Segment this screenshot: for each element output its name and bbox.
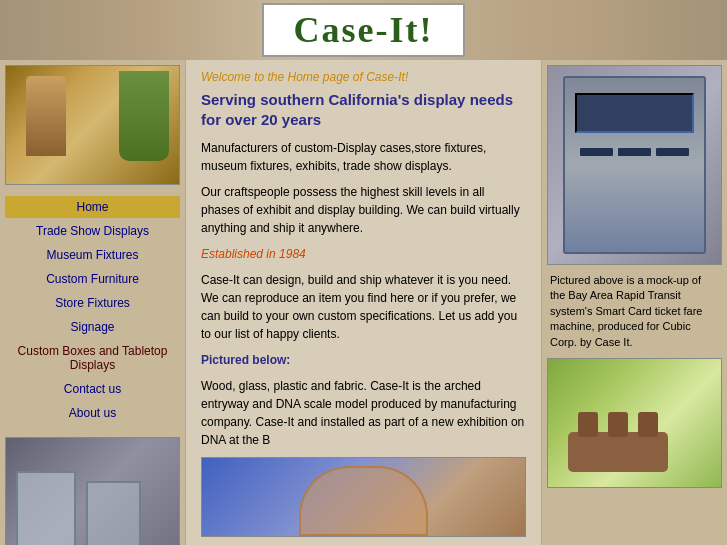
main-layout: Home Trade Show Displays Museum Fixtures… bbox=[0, 60, 727, 545]
tree-figure bbox=[119, 71, 169, 161]
ticket-machine bbox=[563, 76, 706, 254]
paragraph-1: Manufacturers of custom-Display cases,st… bbox=[201, 139, 526, 175]
center-content: Welcome to the Home page of Case-It! Ser… bbox=[185, 60, 542, 545]
nav-museum[interactable]: Museum Fixtures bbox=[5, 244, 180, 266]
dining-table bbox=[568, 432, 668, 472]
established-label: Established in 1984 bbox=[201, 247, 306, 261]
display-case-2 bbox=[86, 481, 141, 545]
right-image-caption: Pictured above is a mock-up of the Bay A… bbox=[547, 270, 722, 353]
site-title: Case-It! bbox=[262, 3, 466, 57]
arch-graphic bbox=[299, 466, 428, 536]
navigation-menu: Home Trade Show Displays Museum Fixtures… bbox=[5, 196, 180, 424]
nav-contact[interactable]: Contact us bbox=[5, 378, 180, 400]
machine-buttons bbox=[580, 148, 689, 168]
header: Case-It! bbox=[0, 0, 727, 60]
dining-room-image bbox=[547, 358, 722, 488]
sidebar-top-image bbox=[5, 65, 180, 185]
nav-home[interactable]: Home bbox=[5, 196, 180, 218]
machine-btn-1 bbox=[580, 148, 613, 156]
nav-custom-furniture[interactable]: Custom Furniture bbox=[5, 268, 180, 290]
dining-chair-2 bbox=[608, 412, 628, 437]
serving-heading: Serving southern California's display ne… bbox=[201, 90, 526, 129]
pictured-below-label: Pictured below: bbox=[201, 351, 526, 369]
sidebar-bottom-image bbox=[5, 437, 180, 545]
left-sidebar: Home Trade Show Displays Museum Fixtures… bbox=[0, 60, 185, 545]
nav-custom-boxes[interactable]: Custom Boxes and Tabletop Displays bbox=[5, 340, 180, 376]
dining-chair-1 bbox=[578, 412, 598, 437]
nav-trade-show[interactable]: Trade Show Displays bbox=[5, 220, 180, 242]
dining-chair-3 bbox=[638, 412, 658, 437]
display-case-1 bbox=[16, 471, 76, 545]
person-figure bbox=[26, 76, 66, 156]
center-bottom-image bbox=[201, 457, 526, 537]
nav-store-fixtures[interactable]: Store Fixtures bbox=[5, 292, 180, 314]
machine-btn-2 bbox=[618, 148, 651, 156]
nav-about[interactable]: About us bbox=[5, 402, 180, 424]
machine-screen bbox=[575, 93, 694, 133]
materials-text: Wood, glass, plastic and fabric. Case-It… bbox=[201, 377, 526, 449]
content-body: Manufacturers of custom-Display cases,st… bbox=[201, 139, 526, 449]
paragraph-2: Our craftspeople possess the highest ski… bbox=[201, 183, 526, 237]
paragraph-3: Case-It can design, build and ship whate… bbox=[201, 271, 526, 343]
established-text: Established in 1984 bbox=[201, 245, 526, 263]
right-sidebar: Pictured above is a mock-up of the Bay A… bbox=[542, 60, 727, 545]
ticket-machine-image bbox=[547, 65, 722, 265]
nav-signage[interactable]: Signage bbox=[5, 316, 180, 338]
machine-btn-3 bbox=[656, 148, 689, 156]
welcome-message: Welcome to the Home page of Case-It! bbox=[201, 70, 526, 84]
